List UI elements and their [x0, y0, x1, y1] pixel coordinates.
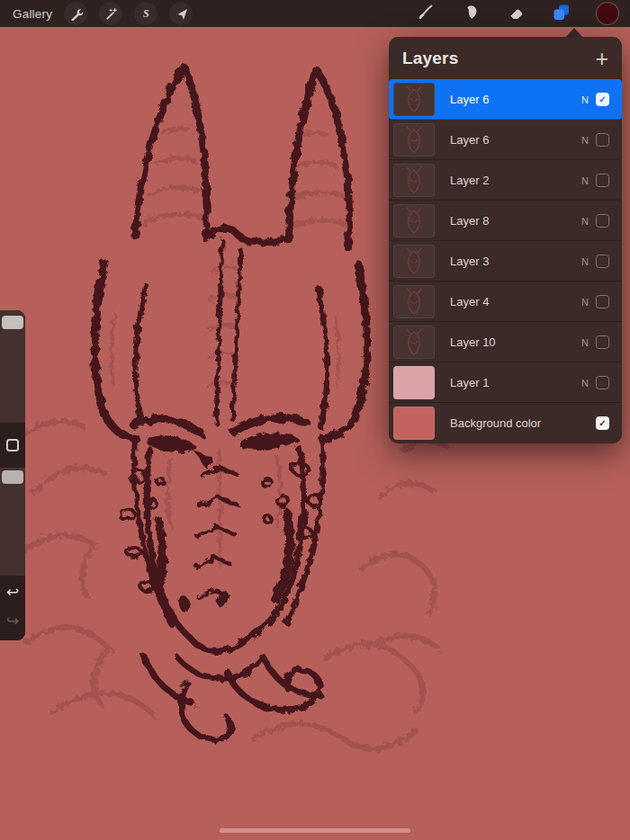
blend-mode-badge[interactable]: N [581, 216, 589, 227]
layer-name: Layer 10 [450, 335, 496, 349]
top-toolbar: Gallery S [0, 0, 630, 27]
actions-button[interactable] [64, 2, 87, 25]
gallery-button[interactable]: Gallery [13, 7, 52, 21]
layer-row[interactable]: Background color ✓ [389, 403, 622, 443]
paintbrush-icon [417, 3, 435, 24]
layer-visibility-checkbox[interactable] [596, 255, 609, 268]
paint-tools-group [416, 2, 619, 25]
layer-visibility-checkbox[interactable]: ✓ [596, 93, 609, 106]
brush-button[interactable] [416, 4, 436, 23]
layer-thumbnail [393, 123, 435, 156]
layer-visibility-checkbox[interactable] [596, 174, 609, 187]
layer-visibility-checkbox[interactable] [596, 335, 609, 349]
layer-row[interactable]: Layer 6 N ✓ [389, 79, 622, 120]
selection-s-icon: S [140, 7, 153, 21]
selection-button[interactable]: S [134, 2, 158, 25]
blend-mode-badge[interactable]: N [581, 135, 589, 146]
wrench-icon [69, 7, 83, 21]
layer-name: Layer 1 [450, 376, 489, 389]
layer-name: Layer 6 [450, 93, 489, 106]
layers-panel: Layers + Layer 6 N ✓ Layer 6 N [389, 37, 622, 443]
layer-row[interactable]: Layer 8 N [389, 201, 622, 241]
layers-list: Layer 6 N ✓ Layer 6 N Layer 2 N [389, 79, 622, 443]
active-color-swatch[interactable] [596, 2, 619, 25]
layer-visibility-checkbox[interactable] [596, 376, 609, 389]
blend-mode-badge[interactable]: N [581, 378, 589, 389]
layer-name: Layer 8 [450, 214, 489, 228]
svg-text:S: S [143, 7, 149, 20]
transform-button[interactable] [169, 2, 193, 25]
layer-thumbnail [393, 83, 435, 116]
layers-panel-header: Layers + [389, 37, 622, 79]
check-icon: ✓ [598, 95, 606, 104]
layer-name: Background color [450, 416, 541, 430]
layer-row[interactable]: Layer 1 N [389, 362, 622, 403]
redo-button[interactable]: ↪ [0, 609, 25, 632]
layers-button[interactable] [551, 4, 571, 23]
brush-opacity-slider[interactable] [0, 468, 25, 576]
add-layer-button[interactable]: + [595, 49, 608, 67]
layer-thumbnail [393, 326, 435, 359]
eraser-button[interactable] [506, 4, 526, 23]
blend-mode-badge[interactable]: N [581, 175, 589, 186]
smudge-button[interactable] [461, 4, 481, 23]
layer-thumbnail [393, 245, 435, 278]
layer-name: Layer 4 [450, 295, 489, 308]
modify-button[interactable] [6, 439, 19, 451]
undo-button[interactable]: ↩ [0, 580, 25, 603]
layer-visibility-checkbox[interactable] [596, 214, 609, 228]
transform-arrow-icon [175, 7, 188, 21]
opacity-slider-handle[interactable] [2, 470, 23, 484]
check-icon: ✓ [598, 419, 606, 428]
layers-panel-title: Layers [402, 49, 458, 68]
procreate-app: Gallery S [0, 0, 630, 840]
layers-icon [552, 3, 571, 25]
home-indicator[interactable] [220, 828, 410, 833]
layer-name: Layer 6 [450, 133, 489, 147]
layer-thumbnail [393, 164, 435, 197]
eraser-icon [508, 4, 525, 24]
layer-thumbnail [393, 366, 435, 399]
size-slider-handle[interactable] [2, 316, 23, 329]
layer-row[interactable]: Layer 4 N [389, 281, 622, 322]
layer-thumbnail [393, 285, 435, 318]
layer-thumbnail [393, 204, 435, 237]
adjustments-button[interactable] [99, 2, 122, 25]
layer-row[interactable]: Layer 3 N [389, 241, 622, 281]
layer-visibility-checkbox[interactable] [596, 295, 609, 308]
magic-wand-icon [104, 7, 118, 21]
layer-name: Layer 2 [450, 174, 489, 187]
blend-mode-badge[interactable]: N [581, 256, 589, 267]
layer-row[interactable]: Layer 10 N [389, 322, 622, 362]
smudge-finger-icon [463, 4, 480, 24]
blend-mode-badge[interactable]: N [581, 94, 589, 105]
blend-mode-badge[interactable]: N [581, 337, 589, 348]
layer-name: Layer 3 [450, 255, 489, 268]
brush-sidebar: ↩ ↪ [0, 310, 25, 640]
layer-row[interactable]: Layer 6 N [389, 120, 622, 160]
layer-visibility-checkbox[interactable] [596, 133, 609, 147]
blend-mode-badge[interactable]: N [581, 297, 589, 308]
layer-row[interactable]: Layer 2 N [389, 160, 622, 201]
layer-visibility-checkbox[interactable]: ✓ [596, 416, 609, 430]
layer-thumbnail [393, 407, 435, 440]
